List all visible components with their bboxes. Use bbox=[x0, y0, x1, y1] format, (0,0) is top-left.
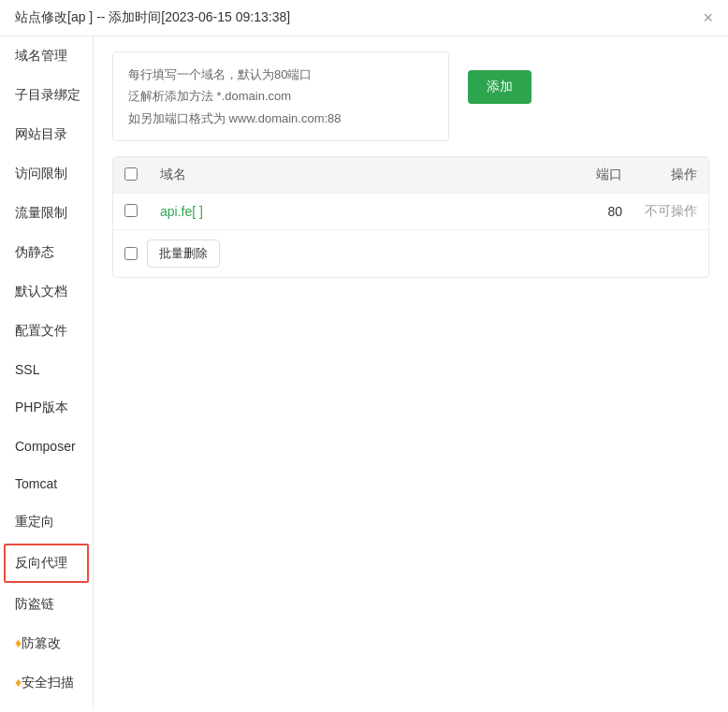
sidebar-item-config[interactable]: 配置文件 bbox=[0, 312, 93, 351]
sidebar-item-label: 访问限制 bbox=[15, 166, 67, 181]
close-button[interactable]: × bbox=[703, 9, 713, 26]
sidebar-item-label: 网站目录 bbox=[15, 126, 67, 141]
header-action: 操作 bbox=[633, 157, 708, 194]
header-checkbox-col bbox=[113, 157, 149, 194]
sidebar-item-traffic[interactable]: 流量限制 bbox=[0, 194, 93, 233]
batch-row: 批量删除 bbox=[113, 230, 708, 277]
sidebar-item-log[interactable]: 网站日志 bbox=[0, 703, 93, 710]
sidebar-item-label: 防盗链 bbox=[15, 596, 54, 611]
batch-delete-button[interactable]: 批量删除 bbox=[147, 240, 220, 268]
sidebar-item-label: Composer bbox=[15, 439, 76, 454]
sidebar-item-label: 域名管理 bbox=[15, 48, 67, 63]
sidebar-item-tamper[interactable]: ♦防篡改 bbox=[0, 624, 93, 663]
sidebar-item-webdir[interactable]: 网站目录 bbox=[0, 115, 93, 154]
sidebar-item-domain[interactable]: 域名管理 bbox=[0, 36, 93, 76]
sidebar: 域名管理子目录绑定网站目录访问限制流量限制伪静态默认文档配置文件SSLPHP版本… bbox=[0, 36, 94, 710]
select-all-checkbox[interactable] bbox=[124, 167, 138, 181]
sidebar-item-label: 防篡改 bbox=[22, 635, 61, 650]
sidebar-item-composer[interactable]: Composer bbox=[0, 428, 93, 465]
hint-line-2: 泛解析添加方法 *.domain.com bbox=[128, 85, 433, 107]
hint-line-3: 如另加端口格式为 www.domain.com:88 bbox=[128, 108, 433, 129]
sidebar-item-label: 伪静态 bbox=[15, 244, 54, 259]
sidebar-item-redirect[interactable]: 重定向 bbox=[0, 502, 93, 542]
sidebar-item-label: 安全扫描 bbox=[22, 675, 74, 690]
sidebar-item-label: 子目录绑定 bbox=[15, 87, 80, 102]
sidebar-item-label: Tomcat bbox=[15, 476, 57, 491]
row-checkbox-cell bbox=[113, 194, 149, 230]
sidebar-item-access[interactable]: 访问限制 bbox=[0, 154, 93, 194]
domain-cell: api.fe[ ] bbox=[149, 194, 559, 230]
table-header-row: 域名 端口 操作 bbox=[113, 157, 708, 194]
sidebar-item-php[interactable]: PHP版本 bbox=[0, 388, 93, 428]
main-content: 每行填写一个域名，默认为80端口 泛解析添加方法 *.domain.com 如另… bbox=[94, 36, 728, 710]
sidebar-item-label: 反向代理 bbox=[15, 555, 67, 570]
sidebar-item-pseudo[interactable]: 伪静态 bbox=[0, 233, 93, 272]
header-port: 端口 bbox=[559, 157, 633, 194]
header-domain: 域名 bbox=[149, 157, 559, 194]
table-row: api.fe[ ]80不可操作 bbox=[113, 194, 708, 230]
domain-table: 域名 端口 操作 api.fe[ ]80不可操作 bbox=[113, 157, 708, 230]
sidebar-item-label: PHP版本 bbox=[15, 400, 68, 414]
sidebar-item-label: SSL bbox=[15, 362, 39, 377]
sidebar-item-label: 重定向 bbox=[15, 514, 54, 529]
sidebar-item-reverse-proxy[interactable]: 反向代理 bbox=[4, 544, 89, 583]
add-button[interactable]: 添加 bbox=[468, 70, 531, 104]
hint-box: 每行填写一个域名，默认为80端口 泛解析添加方法 *.domain.com 如另… bbox=[112, 51, 449, 141]
sidebar-item-label: 默认文档 bbox=[15, 283, 67, 298]
domain-table-container: 域名 端口 操作 api.fe[ ]80不可操作 批量删除 bbox=[112, 156, 709, 278]
sidebar-item-label: 配置文件 bbox=[15, 323, 67, 338]
port-cell: 80 bbox=[559, 194, 633, 230]
sidebar-item-subdir[interactable]: 子目录绑定 bbox=[0, 76, 93, 115]
page-title: 站点修改[ap ] -- 添加时间[2023-06-15 09:13:38] bbox=[15, 9, 290, 26]
sidebar-item-label: 流量限制 bbox=[15, 205, 67, 220]
action-cell: 不可操作 bbox=[633, 194, 708, 230]
sidebar-item-tomcat[interactable]: Tomcat bbox=[0, 465, 93, 502]
row-checkbox[interactable] bbox=[124, 204, 138, 217]
sidebar-item-hotlink[interactable]: 防盗链 bbox=[0, 585, 93, 624]
sidebar-item-scan[interactable]: ♦安全扫描 bbox=[0, 663, 93, 703]
batch-checkbox[interactable] bbox=[124, 247, 138, 260]
hint-line-1: 每行填写一个域名，默认为80端口 bbox=[128, 64, 433, 85]
sidebar-item-ssl[interactable]: SSL bbox=[0, 351, 93, 388]
sidebar-item-default-doc[interactable]: 默认文档 bbox=[0, 272, 93, 312]
